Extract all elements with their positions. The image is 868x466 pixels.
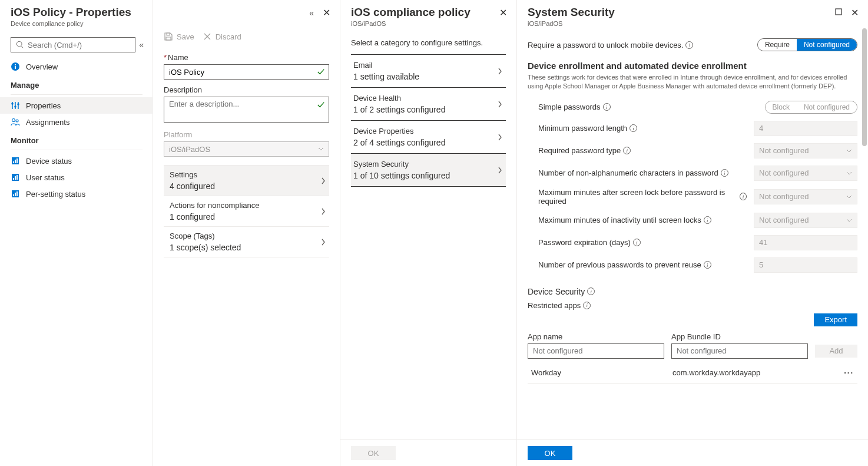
require-password-label: Require a password to unlock mobile devi… xyxy=(528,41,750,49)
search-input[interactable] xyxy=(11,37,135,52)
add-button[interactable]: Add xyxy=(815,345,857,358)
info-icon[interactable]: i xyxy=(583,302,591,309)
cat-device-properties[interactable]: Device Properties 2 of 4 settings config… xyxy=(351,120,506,153)
platform-label: Platform xyxy=(164,130,329,139)
scrollbar[interactable] xyxy=(862,28,867,146)
chevron-right-icon xyxy=(321,239,326,246)
svg-rect-13 xyxy=(15,160,16,163)
required-type-select: Not configured xyxy=(754,143,857,158)
app-name-input[interactable] xyxy=(528,343,664,359)
cat-props-title: Device Properties xyxy=(353,127,500,135)
nav-collapse-toggle[interactable]: « xyxy=(139,40,144,49)
app-name-header: App name xyxy=(528,332,664,341)
ok-button[interactable]: OK xyxy=(528,446,572,460)
svg-point-9 xyxy=(12,119,15,122)
info-icon[interactable]: i xyxy=(623,147,631,154)
report-icon xyxy=(11,156,20,166)
svg-rect-18 xyxy=(16,175,18,180)
maximize-icon[interactable] xyxy=(835,8,842,17)
settings-row[interactable]: Settings 4 configured xyxy=(164,165,329,196)
chevron-right-icon xyxy=(498,134,502,141)
settings-row-title: Settings xyxy=(170,170,323,179)
info-icon[interactable]: i xyxy=(721,169,728,177)
info-icon[interactable]: i xyxy=(587,287,595,295)
prev-pw-value: 5 xyxy=(754,257,857,273)
discard-icon xyxy=(203,32,212,41)
actions-row-sub: 1 configured xyxy=(170,212,323,222)
chevron-down-icon xyxy=(846,219,852,222)
chevron-down-icon xyxy=(846,149,852,153)
svg-rect-16 xyxy=(13,178,14,180)
info-icon[interactable]: i xyxy=(603,103,611,111)
cat-system-security[interactable]: System Security 1 of 10 settings configu… xyxy=(351,153,506,187)
description-input[interactable] xyxy=(164,97,329,123)
info-icon[interactable]: i xyxy=(740,193,747,200)
discard-button[interactable]: Discard xyxy=(203,32,241,41)
export-button[interactable]: Export xyxy=(814,313,857,326)
max-inactive-select: Not configured xyxy=(754,213,857,228)
settings-row-sub: 4 configured xyxy=(170,181,323,191)
svg-rect-20 xyxy=(13,194,14,196)
blade1-title: iOS Policy - Properties xyxy=(11,6,142,19)
chevron-right-icon xyxy=(321,208,326,215)
actions-row-title: Actions for noncompliance xyxy=(170,201,323,210)
nav-device-status[interactable]: Device status xyxy=(0,153,153,169)
max-inactive-label: Maximum minutes of inactivity until scre… xyxy=(538,216,747,224)
close-icon[interactable]: ✕ xyxy=(499,7,507,18)
require-password-toggle[interactable]: Require Not configured xyxy=(757,38,857,51)
cat-props-sub: 2 of 4 settings configured xyxy=(353,138,500,147)
blade3-subtitle: iOS/iPadOS xyxy=(351,20,506,27)
info-icon[interactable]: i xyxy=(685,41,693,49)
nav-user-status[interactable]: User status xyxy=(0,169,153,186)
svg-rect-17 xyxy=(15,176,16,180)
info-icon[interactable]: i xyxy=(704,261,711,269)
more-icon[interactable]: ··· xyxy=(844,368,854,377)
svg-point-10 xyxy=(16,120,18,122)
info-icon xyxy=(11,62,20,71)
toggle-not-configured[interactable]: Not configured xyxy=(797,39,857,51)
nonalpha-label: Number of non-alphanumeric characters in… xyxy=(538,168,747,177)
svg-rect-12 xyxy=(13,161,14,163)
info-icon[interactable]: i xyxy=(633,239,641,246)
name-input[interactable] xyxy=(164,64,329,80)
simple-passwords-label: Simple passwordsi xyxy=(538,103,758,111)
cat-device-health[interactable]: Device Health 1 of 2 settings configured xyxy=(351,87,506,120)
close-icon[interactable]: ✕ xyxy=(323,7,330,18)
nav-per-setting-status[interactable]: Per-setting status xyxy=(0,186,153,202)
nav-properties[interactable]: Properties xyxy=(0,97,153,114)
chevron-down-icon xyxy=(846,195,852,199)
cat-sec-title: System Security xyxy=(353,160,500,168)
info-icon[interactable]: i xyxy=(704,216,711,224)
name-label: Name xyxy=(164,53,329,62)
scope-row[interactable]: Scope (Tags) 1 scope(s) selected xyxy=(164,226,329,257)
discard-label: Discard xyxy=(216,32,241,41)
category-help: Select a category to configure settings. xyxy=(351,38,506,47)
cat-email[interactable]: Email 1 setting available xyxy=(351,54,506,87)
close-icon[interactable]: ✕ xyxy=(851,7,859,18)
blade1-subtitle: Device compliance policy xyxy=(11,20,142,27)
enrollment-heading: Device enrollment and automated device e… xyxy=(528,61,857,71)
report-icon xyxy=(11,173,20,182)
info-icon[interactable]: i xyxy=(630,124,637,132)
ok-button[interactable]: OK xyxy=(351,446,396,460)
save-button[interactable]: Save xyxy=(164,32,194,41)
nav-overview[interactable]: Overview xyxy=(0,58,153,75)
nonalpha-select: Not configured xyxy=(754,166,857,181)
nav-assignments-label: Assignments xyxy=(26,118,69,127)
scope-row-sub: 1 scope(s) selected xyxy=(170,243,323,252)
svg-point-7 xyxy=(14,105,16,108)
toggle-require[interactable]: Require xyxy=(758,39,797,51)
actions-row[interactable]: Actions for noncompliance 1 configured xyxy=(164,196,329,226)
bundle-id-input[interactable] xyxy=(671,343,808,359)
svg-rect-1 xyxy=(15,66,16,69)
svg-rect-21 xyxy=(15,193,16,196)
toggle-block: Block xyxy=(766,101,797,113)
divider xyxy=(11,150,143,150)
nav-assignments[interactable]: Assignments xyxy=(0,114,153,130)
scope-row-title: Scope (Tags) xyxy=(170,232,323,240)
min-length-label: Minimum password lengthi xyxy=(538,124,747,133)
blade-collapse-icon[interactable]: « xyxy=(309,8,314,18)
device-security-heading: Device Securityi xyxy=(528,287,857,296)
svg-rect-27 xyxy=(836,9,842,15)
svg-point-8 xyxy=(17,103,19,105)
